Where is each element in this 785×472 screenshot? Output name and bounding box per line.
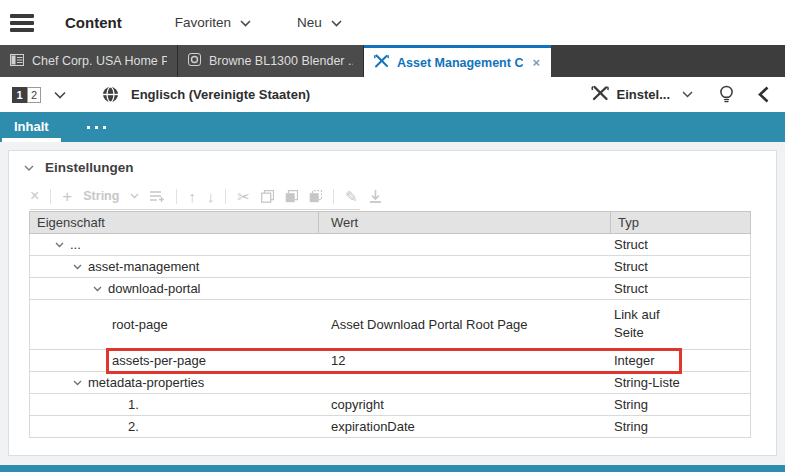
table-row[interactable]: root-pageAsset Download Portal Root Page… xyxy=(30,300,750,350)
tab-inhalt[interactable]: Inhalt xyxy=(0,112,63,142)
expand-chevron-icon[interactable] xyxy=(93,286,108,292)
property-type: Integer xyxy=(611,353,750,368)
table-row[interactable]: download-portalStruct xyxy=(30,278,750,300)
copy-icon[interactable] xyxy=(261,190,274,203)
property-type: String-Liste xyxy=(611,375,750,390)
panel-title: Einstellungen xyxy=(45,160,134,175)
app-window: Content Favoriten Neu Chef Corp. USA Hom… xyxy=(0,0,785,472)
expand-chevron-icon[interactable] xyxy=(73,380,88,386)
edit-pencil-icon[interactable]: ✎ xyxy=(345,189,358,204)
property-name: root-page xyxy=(112,317,168,332)
property-value: Asset Download Portal Root Page xyxy=(319,317,611,332)
property-type: Struct xyxy=(611,237,750,252)
table-row[interactable]: 2.expirationDateString xyxy=(30,416,750,438)
paste-icon[interactable] xyxy=(285,190,298,203)
move-up-icon[interactable]: ↑ xyxy=(188,189,196,204)
property-name: 2. xyxy=(128,419,139,434)
bottom-status-bar xyxy=(0,465,785,472)
column-header-wert[interactable]: Wert xyxy=(319,212,611,233)
more-tabs-icon[interactable] xyxy=(85,122,108,133)
add-row-icon[interactable]: + xyxy=(62,188,72,205)
table-row[interactable]: assets-per-page12Integer xyxy=(30,350,750,372)
hamburger-menu-icon[interactable] xyxy=(10,14,34,32)
property-value: expirationDate xyxy=(319,419,611,434)
table-row[interactable]: asset-managementStruct xyxy=(30,256,750,278)
new-label: Neu xyxy=(297,15,322,30)
lightbulb-icon[interactable] xyxy=(719,85,734,104)
app-title: Content xyxy=(65,14,122,31)
property-type: Link aufSeite xyxy=(611,300,750,349)
top-nav: Content Favoriten Neu xyxy=(0,0,785,45)
version-primary: 1 xyxy=(12,87,27,103)
settings-panel: Einstellungen × + String ↑ ↓ ✂ ✎ xyxy=(8,150,777,456)
new-menu[interactable]: Neu xyxy=(297,15,342,30)
tab-label: Asset Management Conf... xyxy=(397,56,523,70)
version-badge[interactable]: 1 2 xyxy=(12,87,41,103)
settings-table: Eigenschaft Wert Typ ...Structasset-mana… xyxy=(29,211,751,438)
property-value: copyright xyxy=(319,397,611,412)
settings-table-header: Eigenschaft Wert Typ xyxy=(29,211,751,234)
type-selector-label[interactable]: String xyxy=(83,190,119,203)
chevron-down-icon xyxy=(240,15,251,30)
table-row[interactable]: 1.copyrightString xyxy=(30,394,750,416)
settings-panel-header[interactable]: Einstellungen xyxy=(9,151,776,183)
cut-icon[interactable]: ✂ xyxy=(237,189,250,204)
property-type: String xyxy=(611,419,750,434)
column-header-typ[interactable]: Typ xyxy=(611,212,750,233)
property-value: 12 xyxy=(319,353,611,368)
delete-row-icon[interactable]: × xyxy=(30,188,39,204)
property-name: assets-per-page xyxy=(112,353,206,368)
property-name: ... xyxy=(70,237,81,252)
tools-icon xyxy=(374,54,389,71)
column-header-eigenschaft[interactable]: Eigenschaft xyxy=(30,212,319,233)
table-row[interactable]: metadata-propertiesString-Liste xyxy=(30,372,750,394)
expand-chevron-icon[interactable] xyxy=(73,264,88,270)
move-down-icon[interactable]: ↓ xyxy=(207,189,215,204)
collapse-chevron-icon[interactable] xyxy=(24,158,34,176)
expand-chevron-icon[interactable] xyxy=(55,242,70,248)
content-area: Einstellungen × + String ↑ ↓ ✂ ✎ xyxy=(0,142,785,465)
tab-label: Chef Corp. USA Home Pa... xyxy=(32,54,167,68)
tools-icon xyxy=(591,85,609,105)
version-secondary: 2 xyxy=(27,87,41,103)
tab-chef-corp-home[interactable]: Chef Corp. USA Home Pa... xyxy=(0,45,178,77)
property-name: metadata-properties xyxy=(88,375,204,390)
property-name: download-portal xyxy=(108,281,201,296)
view-tab-bar: Inhalt xyxy=(0,112,785,142)
import-icon[interactable] xyxy=(369,190,382,203)
document-toolbar-right: Einstel... xyxy=(591,85,773,105)
chevron-down-icon xyxy=(331,15,342,30)
settings-menu-label[interactable]: Einstel... xyxy=(617,87,670,102)
toolbar-separator xyxy=(50,189,51,204)
add-list-item-icon[interactable] xyxy=(150,190,165,202)
settings-dropdown-chevron-icon[interactable] xyxy=(682,91,693,98)
close-tab-icon[interactable]: × xyxy=(531,56,541,69)
property-type: Struct xyxy=(611,281,750,296)
media-icon xyxy=(188,53,201,69)
tab-browne-blender[interactable]: Browne BL1300 Blender ... xyxy=(178,45,364,77)
property-name: 1. xyxy=(128,397,139,412)
tab-asset-management-config[interactable]: Asset Management Conf... × xyxy=(364,45,551,77)
property-type: String xyxy=(611,397,750,412)
tab-label: Browne BL1300 Blender ... xyxy=(209,54,353,68)
struct-editor-toolbar: × + String ↑ ↓ ✂ ✎ xyxy=(9,183,776,209)
settings-table-body: ...Structasset-managementStructdownload-… xyxy=(29,234,751,438)
locale-globe-icon[interactable] xyxy=(102,86,119,103)
document-toolbar: 1 2 Englisch (Vereinigte Staaten) Einste… xyxy=(0,77,785,112)
favorites-menu[interactable]: Favoriten xyxy=(175,15,251,30)
table-row[interactable]: ...Struct xyxy=(30,234,750,256)
document-tab-bar: Chef Corp. USA Home Pa... Browne BL1300 … xyxy=(0,45,785,77)
version-dropdown-chevron-icon[interactable] xyxy=(54,91,66,99)
property-name: asset-management xyxy=(88,259,199,274)
paste-special-icon[interactable] xyxy=(309,190,322,203)
property-type: Struct xyxy=(611,259,750,274)
toolbar-separator xyxy=(333,189,334,204)
view-tab-label: Inhalt xyxy=(14,119,49,134)
page-icon xyxy=(10,54,24,69)
toolbar-separator xyxy=(225,189,226,204)
toolbar-separator xyxy=(176,189,177,204)
collapse-panel-chevron-left-icon[interactable] xyxy=(758,86,769,103)
locale-label: Englisch (Vereinigte Staaten) xyxy=(131,87,310,102)
type-selector-chevron-icon[interactable] xyxy=(130,193,139,199)
toolbar-divider xyxy=(30,209,360,210)
